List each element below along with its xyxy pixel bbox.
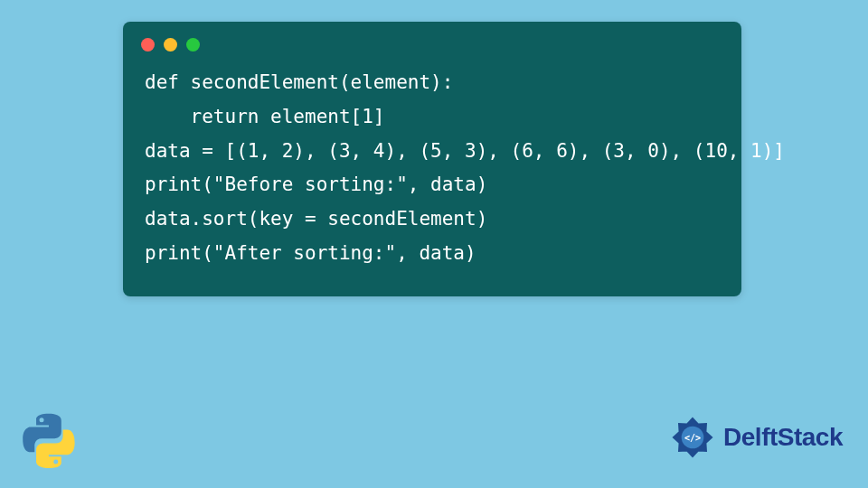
code-line: def secondElement(element): xyxy=(145,66,720,100)
window-controls xyxy=(123,22,741,61)
delftstack-logo: </> DelftStack xyxy=(667,412,843,463)
svg-text:</>: </> xyxy=(684,433,701,443)
code-line: print("After sorting:", data) xyxy=(145,237,720,271)
code-line: data = [(1, 2), (3, 4), (5, 3), (6, 6), … xyxy=(145,135,720,169)
code-line: data.sort(key = secondElement) xyxy=(145,202,720,237)
close-icon[interactable] xyxy=(141,38,155,52)
minimize-icon[interactable] xyxy=(164,38,177,52)
delftstack-badge-icon: </> xyxy=(667,412,718,463)
code-editor-window: def secondElement(element): return eleme… xyxy=(123,22,741,296)
brand-name: DelftStack xyxy=(723,423,843,452)
python-logo-icon xyxy=(20,412,78,470)
code-content: def secondElement(element): return eleme… xyxy=(123,61,741,271)
code-line: return element[1] xyxy=(145,100,720,135)
maximize-icon[interactable] xyxy=(186,38,200,52)
code-line: print("Before sorting:", data) xyxy=(145,168,720,202)
